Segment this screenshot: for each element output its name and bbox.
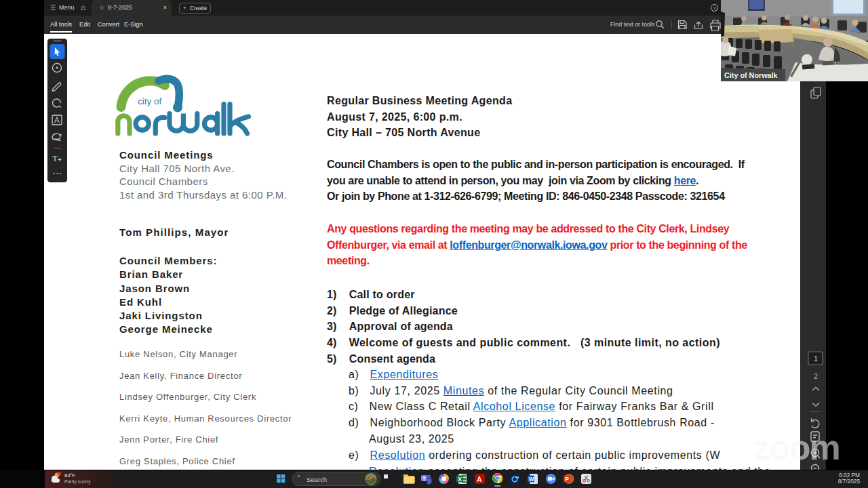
svg-text:X: X: [458, 476, 462, 483]
svg-text:T: T: [52, 153, 58, 163]
svg-text:2: 2: [814, 373, 818, 380]
svg-text:Partly sunny: Partly sunny: [64, 479, 91, 485]
svg-text:W: W: [528, 476, 534, 483]
svg-text:A: A: [477, 476, 481, 483]
svg-text:City of Norwalk: City of Norwalk: [724, 71, 778, 79]
svg-text:6:02 PM: 6:02 PM: [839, 472, 860, 479]
svg-text:83°F: 83°F: [64, 472, 75, 479]
svg-text:Search: Search: [307, 476, 327, 483]
svg-text:T: T: [422, 476, 426, 482]
svg-text:1: 1: [814, 355, 818, 363]
svg-text:city of: city of: [138, 96, 162, 106]
svg-text:P: P: [565, 476, 569, 483]
svg-text:8/7/2025: 8/7/2025: [838, 478, 861, 485]
